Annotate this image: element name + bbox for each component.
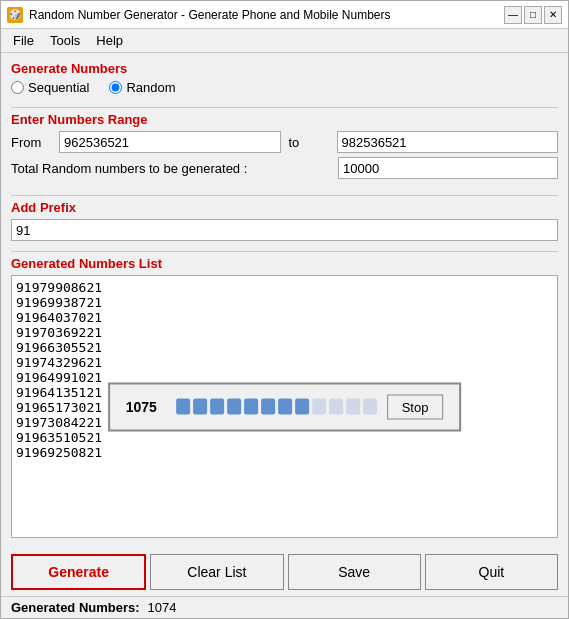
segment-9 bbox=[312, 399, 326, 415]
generated-list-label: Generated Numbers List bbox=[11, 256, 558, 271]
to-input[interactable] bbox=[337, 131, 559, 153]
status-bar: Generated Numbers: 1074 bbox=[1, 596, 568, 618]
segment-1 bbox=[176, 399, 190, 415]
save-button[interactable]: Save bbox=[288, 554, 421, 590]
prefix-label: Add Prefix bbox=[11, 200, 558, 215]
main-content: Generate Numbers Sequential Random Enter… bbox=[1, 53, 568, 546]
random-radio[interactable] bbox=[109, 81, 122, 94]
app-icon: 🎲 bbox=[7, 7, 23, 23]
status-label: Generated Numbers: bbox=[11, 600, 140, 615]
to-label: to bbox=[289, 135, 329, 150]
close-button[interactable]: ✕ bbox=[544, 6, 562, 24]
sequential-radio[interactable] bbox=[11, 81, 24, 94]
from-input[interactable] bbox=[59, 131, 281, 153]
segment-10 bbox=[329, 399, 343, 415]
progress-bar bbox=[176, 399, 377, 415]
window-title: Random Number Generator - Generate Phone… bbox=[29, 8, 504, 22]
prefix-section bbox=[11, 219, 558, 241]
maximize-button[interactable]: □ bbox=[524, 6, 542, 24]
clear-list-button[interactable]: Clear List bbox=[150, 554, 283, 590]
segment-8 bbox=[295, 399, 309, 415]
segment-11 bbox=[346, 399, 360, 415]
separator-2 bbox=[11, 195, 558, 196]
segment-4 bbox=[227, 399, 241, 415]
list-container: 1075 Stop bbox=[11, 275, 558, 538]
progress-count: 1075 bbox=[126, 399, 166, 415]
separator-1 bbox=[11, 107, 558, 108]
range-row: From to bbox=[11, 131, 558, 153]
random-option[interactable]: Random bbox=[109, 80, 175, 95]
from-label: From bbox=[11, 135, 51, 150]
range-label: Enter Numbers Range bbox=[11, 112, 558, 127]
total-row: Total Random numbers to be generated : bbox=[11, 157, 558, 179]
menu-bar: File Tools Help bbox=[1, 29, 568, 53]
menu-file[interactable]: File bbox=[5, 31, 42, 50]
footer-buttons: Generate Clear List Save Quit bbox=[1, 546, 568, 596]
segment-5 bbox=[244, 399, 258, 415]
list-section: Generated Numbers List 1075 bbox=[11, 256, 558, 538]
sequential-option[interactable]: Sequential bbox=[11, 80, 89, 95]
segment-12 bbox=[363, 399, 377, 415]
separator-3 bbox=[11, 251, 558, 252]
title-bar: 🎲 Random Number Generator - Generate Pho… bbox=[1, 1, 568, 29]
menu-help[interactable]: Help bbox=[88, 31, 131, 50]
menu-tools[interactable]: Tools bbox=[42, 31, 88, 50]
segment-3 bbox=[210, 399, 224, 415]
number-type-selector: Sequential Random bbox=[11, 80, 558, 95]
quit-button[interactable]: Quit bbox=[425, 554, 558, 590]
window-controls: — □ ✕ bbox=[504, 6, 562, 24]
generate-button[interactable]: Generate bbox=[11, 554, 146, 590]
segment-6 bbox=[261, 399, 275, 415]
segment-7 bbox=[278, 399, 292, 415]
total-label: Total Random numbers to be generated : bbox=[11, 161, 330, 176]
main-window: 🎲 Random Number Generator - Generate Pho… bbox=[0, 0, 569, 619]
prefix-input[interactable] bbox=[11, 219, 558, 241]
minimize-button[interactable]: — bbox=[504, 6, 522, 24]
progress-overlay: 1075 Stop bbox=[108, 382, 462, 431]
stop-button[interactable]: Stop bbox=[387, 394, 444, 419]
range-section: From to Total Random numbers to be gener… bbox=[11, 131, 558, 185]
total-input[interactable] bbox=[338, 157, 558, 179]
status-value: 1074 bbox=[148, 600, 177, 615]
generate-numbers-label: Generate Numbers bbox=[11, 61, 558, 76]
segment-2 bbox=[193, 399, 207, 415]
